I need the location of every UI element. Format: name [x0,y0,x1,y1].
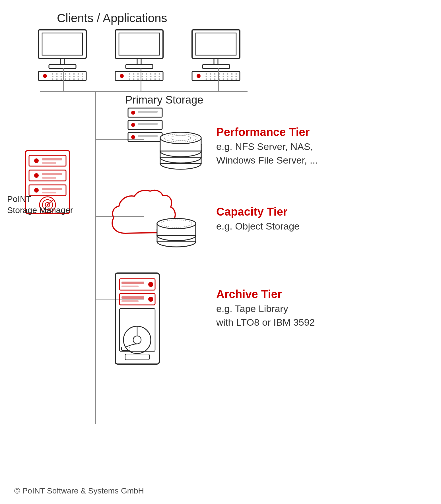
footer: © PoINT Software & Systems GmbH [14,486,144,495]
svg-point-45 [133,76,135,77]
svg-point-15 [56,76,58,77]
svg-point-88 [231,79,233,80]
svg-rect-116 [138,135,158,137]
svg-point-37 [133,73,135,75]
svg-point-17 [65,76,66,77]
svg-point-13 [82,73,83,75]
archive-storage-icon [110,270,166,370]
svg-point-16 [61,76,62,77]
svg-rect-3 [49,65,76,69]
svg-point-18 [69,76,71,77]
v-main-line [95,91,96,424]
svg-point-150 [148,282,153,287]
svg-point-39 [142,73,143,75]
primary-storage-label: Primary Storage [125,94,203,106]
svg-rect-98 [42,177,56,179]
svg-point-70 [223,73,224,75]
diagram-container: Clients / Applications [0,0,441,504]
svg-point-5 [43,74,47,78]
client-3 [191,28,242,82]
clients-label: Clients / Applications [57,11,167,25]
svg-point-100 [34,188,39,193]
v-drop-1 [63,68,64,92]
svg-point-12 [78,73,79,75]
svg-point-58 [154,79,156,80]
svg-point-89 [236,79,237,80]
svg-point-25 [65,79,66,80]
svg-point-81 [236,76,237,77]
svg-point-84 [214,79,216,80]
svg-point-7 [56,73,58,75]
svg-rect-61 [196,33,236,55]
svg-point-26 [69,79,71,80]
svg-point-86 [223,79,224,80]
svg-point-52 [129,79,130,80]
svg-rect-152 [121,286,139,287]
svg-point-154 [148,297,153,302]
svg-point-55 [142,79,143,80]
h-line-top [40,91,248,92]
v-drop-3 [218,68,219,92]
svg-point-73 [236,73,237,75]
svg-rect-33 [126,65,153,69]
svg-point-50 [154,76,156,77]
svg-rect-2 [60,58,64,65]
svg-point-67 [210,73,211,75]
svg-point-71 [227,73,228,75]
svg-point-96 [34,173,39,178]
primary-storage-icon [125,107,208,178]
svg-point-72 [231,73,233,75]
svg-point-27 [73,79,75,80]
svg-point-21 [82,76,83,77]
svg-rect-31 [119,33,159,55]
svg-rect-97 [42,173,62,175]
svg-point-83 [210,79,211,80]
v-drop-2 [141,68,141,92]
svg-point-38 [137,73,139,75]
svg-point-20 [78,76,79,77]
svg-point-87 [227,79,228,80]
svg-point-115 [131,135,135,139]
svg-point-56 [146,79,147,80]
svg-point-109 [131,111,135,115]
svg-rect-155 [121,296,144,299]
svg-point-57 [150,79,152,80]
svg-point-19 [73,76,75,77]
svg-point-36 [129,73,130,75]
client-1 [37,28,88,82]
svg-point-9 [65,73,66,75]
svg-rect-161 [125,354,149,360]
svg-point-82 [206,79,207,80]
svg-rect-151 [121,282,144,284]
svg-rect-62 [214,58,218,65]
svg-point-47 [142,76,143,77]
svg-point-78 [223,76,224,77]
svg-point-35 [120,74,124,78]
capacity-tier-text: Capacity Tier e.g. Object Storage [216,205,300,233]
svg-point-79 [227,76,228,77]
svg-rect-30 [115,30,163,58]
svg-point-40 [146,73,147,75]
svg-point-65 [197,74,201,78]
svg-point-68 [214,73,216,75]
svg-point-51 [159,76,160,77]
svg-rect-113 [138,123,158,125]
svg-point-74 [206,76,207,77]
svg-point-14 [52,76,53,77]
svg-point-59 [159,79,160,80]
capacity-storage-icon [108,188,202,250]
svg-point-29 [82,79,83,80]
svg-rect-156 [121,300,139,302]
svg-point-22 [52,79,53,80]
svg-point-76 [214,76,216,77]
svg-point-53 [133,79,135,80]
svg-point-23 [56,79,58,80]
psm-server-icon [17,148,80,228]
svg-point-28 [78,79,79,80]
svg-point-80 [231,76,233,77]
svg-point-11 [73,73,75,75]
svg-rect-1 [42,33,83,55]
svg-point-92 [34,158,39,163]
svg-rect-32 [137,58,141,65]
svg-point-41 [150,73,152,75]
